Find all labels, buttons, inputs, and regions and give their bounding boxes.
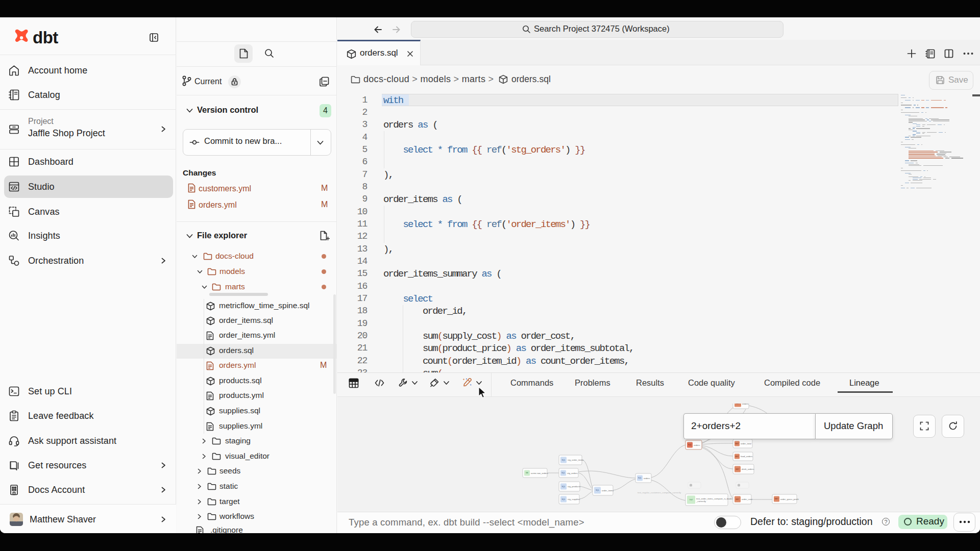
svg-text:orders: orders <box>644 477 650 480</box>
svg-text:SQL: SQL <box>561 472 565 474</box>
svg-text:stg_supplies: stg_supplies <box>568 498 580 500</box>
svg-text:MET: MET <box>736 468 740 470</box>
svg-text:food_orders: food_orders <box>741 455 753 458</box>
svg-text:MET: MET <box>775 498 779 500</box>
svg-text:SQL: SQL <box>688 444 692 446</box>
svg-text:order_cost: order_cost <box>742 498 753 500</box>
svg-text:TST: TST <box>690 499 694 501</box>
svg-text:SQL: SQL <box>561 459 565 461</box>
svg-text:SE: SE <box>526 472 528 474</box>
svg-text:MET: MET <box>736 404 740 405</box>
svg-text:orders: orders <box>742 404 749 405</box>
svg-text:_correctly: _correctly <box>696 500 706 503</box>
svg-text:MET: MET <box>735 456 739 458</box>
svg-text:SQL: SQL <box>596 489 599 491</box>
svg-text:stg_order_items: stg_order_items <box>568 459 584 461</box>
svg-text:stg_orders: stg_orders <box>567 472 578 474</box>
svg-text:MET: MET <box>736 498 740 500</box>
svg-text:orders: orders <box>694 444 700 446</box>
svg-text:SQL: SQL <box>561 486 565 488</box>
svg-text:order_items: order_items <box>602 489 614 492</box>
svg-text:SQL: SQL <box>638 477 642 479</box>
svg-text:order_gross_profit: order_gross_profit <box>780 498 799 500</box>
svg-text:MET: MET <box>735 443 739 445</box>
svg-text:stg_products: stg_products <box>568 485 581 488</box>
svg-text:drink_orders: drink_orders <box>742 468 754 470</box>
svg-text:test_regular_customers_compose: test_regular_customers_compose_correctly <box>638 491 681 494</box>
svg-text:order_total: order_total <box>741 442 751 445</box>
svg-text:test_order_items_compute_is_bo: test_order_items_compute_is_books <box>696 497 733 500</box>
svg-text:SQL: SQL <box>561 498 565 500</box>
svg-text:acme.raw_orders: acme.raw_orders <box>531 472 549 474</box>
